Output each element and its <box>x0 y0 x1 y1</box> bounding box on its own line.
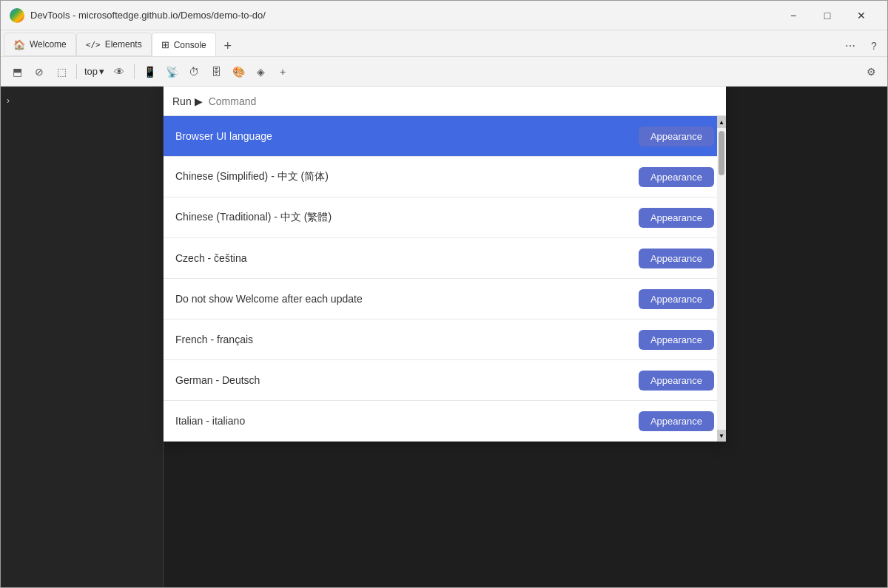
split-view-button[interactable]: ⬚ <box>51 61 72 82</box>
list-item[interactable]: Chinese (Simplified) - 中文 (简体) Appearanc… <box>164 157 726 197</box>
maximize-button[interactable]: □ <box>810 4 844 27</box>
appearance-badge-3[interactable]: Appearance <box>639 249 714 268</box>
sidebar: › <box>1 87 164 587</box>
appearance-badge-0[interactable]: Appearance <box>639 126 714 146</box>
welcome-icon: 🏠 <box>13 39 25 50</box>
more-tools-button[interactable]: + <box>272 61 293 82</box>
scrollbar-thumb[interactable] <box>719 131 724 175</box>
tab-elements[interactable]: </> Elements <box>76 33 152 56</box>
appearance-badge-2[interactable]: Appearance <box>639 208 714 228</box>
title-bar: DevTools - microsoftedge.github.io/Demos… <box>1 1 887 30</box>
window-title: DevTools - microsoftedge.github.io/Demos… <box>30 10 776 21</box>
result-label: Do not show Welcome after each update <box>175 293 363 305</box>
result-label: Browser UI language <box>175 130 272 142</box>
appearance-badge-6[interactable]: Appearance <box>639 371 714 391</box>
add-tab-button[interactable]: + <box>218 36 238 56</box>
close-button[interactable]: ✕ <box>844 4 878 27</box>
window-controls: − □ ✕ <box>776 4 878 27</box>
tab-more-controls: ⋯ ? <box>840 36 884 56</box>
main-content: › Run ▶ Browser UI language Appearance <box>1 87 887 587</box>
tab-bar: 🏠 Welcome </> Elements ⊞ Console + ⋯ ? <box>1 30 887 57</box>
appearance-badge-1[interactable]: Appearance <box>639 167 714 187</box>
list-item[interactable]: Chinese (Traditional) - 中文 (繁體) Appearan… <box>164 197 726 238</box>
results-inner: Browser UI language Appearance Chinese (… <box>164 116 726 442</box>
command-input[interactable] <box>209 95 717 107</box>
tab-console-label: Console <box>174 40 206 50</box>
console-icon: ⊞ <box>161 39 169 50</box>
appearance-badge-4[interactable]: Appearance <box>639 289 714 309</box>
eye-icon-button[interactable]: 👁 <box>109 61 130 82</box>
elements-icon: </> <box>86 40 101 50</box>
sidebar-chevron-icon[interactable]: › <box>1 92 163 109</box>
list-item[interactable]: French - français Appearance <box>164 320 726 360</box>
results-list: Browser UI language Appearance Chinese (… <box>164 116 726 442</box>
list-item[interactable]: German - Deutsch Appearance <box>164 360 726 401</box>
appearance-badge-5[interactable]: Appearance <box>639 330 714 350</box>
layers-button[interactable]: ◈ <box>250 61 271 82</box>
device-emulation-button[interactable]: 📱 <box>139 61 160 82</box>
settings-button[interactable]: ⚙ <box>861 61 881 82</box>
devtools-toolbar: ⬒ ⊘ ⬚ top ▾ 👁 📱 📡 ⏱ 🗄 🎨 ◈ + ⚙ <box>1 57 887 87</box>
no-issues-button[interactable]: ⊘ <box>29 61 50 82</box>
more-tabs-button[interactable]: ⋯ <box>840 36 861 56</box>
result-label: Chinese (Simplified) - 中文 (简体) <box>175 170 329 183</box>
browser-icon <box>10 8 24 23</box>
tab-elements-label: Elements <box>105 39 142 50</box>
drawer-toggle-button[interactable]: ⬒ <box>7 61 27 82</box>
context-dropdown-icon: ▾ <box>99 66 104 77</box>
result-label: French - français <box>175 334 253 345</box>
network-conditions-button[interactable]: 📡 <box>161 61 182 82</box>
performance-button[interactable]: ⏱ <box>184 61 204 82</box>
storage-button[interactable]: 🗄 <box>206 61 226 82</box>
toolbar-divider-1 <box>76 64 77 79</box>
result-label: Italian - italiano <box>175 415 245 427</box>
scrollbar-up-button[interactable]: ▲ <box>717 116 726 128</box>
result-label: Czech - čeština <box>175 252 246 264</box>
devtools-window: DevTools - microsoftedge.github.io/Demos… <box>0 0 888 588</box>
list-item[interactable]: Czech - čeština Appearance <box>164 238 726 279</box>
paint-profiler-button[interactable]: 🎨 <box>228 61 249 82</box>
run-bar: Run ▶ <box>164 87 726 116</box>
context-label: top <box>84 66 98 77</box>
scrollbar-track: ▲ ▼ <box>717 116 726 442</box>
help-button[interactable]: ? <box>864 36 884 56</box>
command-palette: Run ▶ Browser UI language Appearance Chi… <box>164 87 726 442</box>
result-label: Chinese (Traditional) - 中文 (繁體) <box>175 211 332 224</box>
run-label: Run <box>172 95 192 107</box>
run-arrow-icon: ▶ <box>195 95 203 107</box>
toolbar-divider-2 <box>134 64 135 79</box>
tab-console[interactable]: ⊞ Console <box>152 33 216 56</box>
scrollbar-down-button[interactable]: ▼ <box>717 430 726 442</box>
context-selector[interactable]: top ▾ <box>81 64 107 78</box>
tab-welcome[interactable]: 🏠 Welcome <box>4 33 76 56</box>
minimize-button[interactable]: − <box>776 4 810 27</box>
list-item[interactable]: Do not show Welcome after each update Ap… <box>164 279 726 320</box>
result-label: German - Deutsch <box>175 374 260 386</box>
list-item[interactable]: Italian - italiano Appearance <box>164 401 726 442</box>
tab-welcome-label: Welcome <box>30 39 67 50</box>
appearance-badge-7[interactable]: Appearance <box>639 411 714 431</box>
list-item[interactable]: Browser UI language Appearance <box>164 116 726 157</box>
